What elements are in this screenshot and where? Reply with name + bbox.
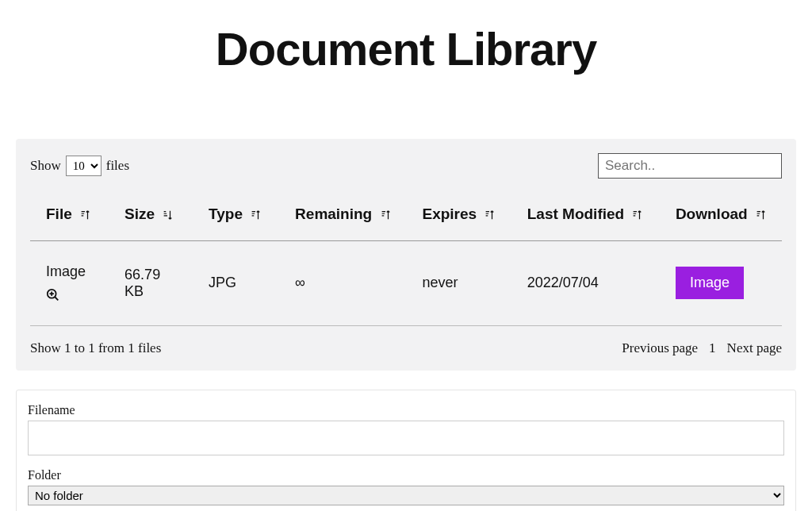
column-label: Size [124,206,155,222]
svg-line-3 [55,297,58,300]
show-label: Show [30,158,61,174]
folder-group: Folder No folder [28,468,784,505]
filename-field[interactable] [28,421,784,455]
page-size-select[interactable]: 10 [66,156,102,176]
cell-expires: never [407,241,511,326]
column-header-size[interactable]: Size [109,194,193,241]
folder-select[interactable]: No folder [28,486,784,505]
cell-size: 66.79 KB [109,241,193,326]
download-button[interactable]: Image [676,267,744,299]
column-label: Remaining [295,206,372,222]
column-header-last-modified[interactable]: Last Modified [511,194,660,241]
column-label: File [46,206,72,222]
next-page-link[interactable]: Next page [727,340,782,356]
files-table: File Size Type [30,194,782,326]
column-label: Type [209,206,243,222]
cell-last-modified: 2022/07/04 [511,241,660,326]
cell-download: Image [660,241,782,326]
document-table-panel: Show 10 files File Size [16,139,796,371]
sort-icon [162,209,173,221]
sort-icon [631,209,642,221]
column-label: Expires [423,206,477,222]
table-header-row: File Size Type [30,194,782,241]
sort-icon [250,209,261,221]
current-page: 1 [709,340,716,356]
filename-label: Filename [28,403,784,417]
file-name: Image [46,263,86,279]
column-header-type[interactable]: Type [193,194,279,241]
files-label: files [106,158,129,174]
previous-page-link[interactable]: Previous page [622,340,698,356]
table-status: Show 1 to 1 from 1 files [30,340,161,356]
magnify-icon[interactable] [46,288,60,302]
column-header-download[interactable]: Download [660,194,782,241]
sort-icon [484,209,495,221]
filename-group: Filename [28,403,784,455]
show-files-control: Show 10 files [30,156,129,176]
page-title: Document Library [0,22,812,75]
folder-label: Folder [28,468,784,482]
table-controls: Show 10 files [30,153,782,179]
sort-icon [380,209,391,221]
cell-file: Image [30,241,109,326]
table-row: Image 66.79 KB JPG ∞ never 2022/07/04 Im… [30,241,782,326]
sort-icon [755,209,766,221]
cell-type: JPG [193,241,279,326]
pagination: Previous page 1 Next page [622,340,782,356]
sort-icon [79,209,90,221]
column-label: Download [676,206,748,222]
table-footer: Show 1 to 1 from 1 files Previous page 1… [30,340,782,356]
column-header-expires[interactable]: Expires [407,194,511,241]
column-header-remaining[interactable]: Remaining [279,194,406,241]
search-input[interactable] [598,153,782,179]
cell-remaining: ∞ [279,241,406,326]
column-header-file[interactable]: File [30,194,109,241]
upload-form: Filename Folder No folder [16,390,796,511]
column-label: Last Modified [527,206,624,222]
